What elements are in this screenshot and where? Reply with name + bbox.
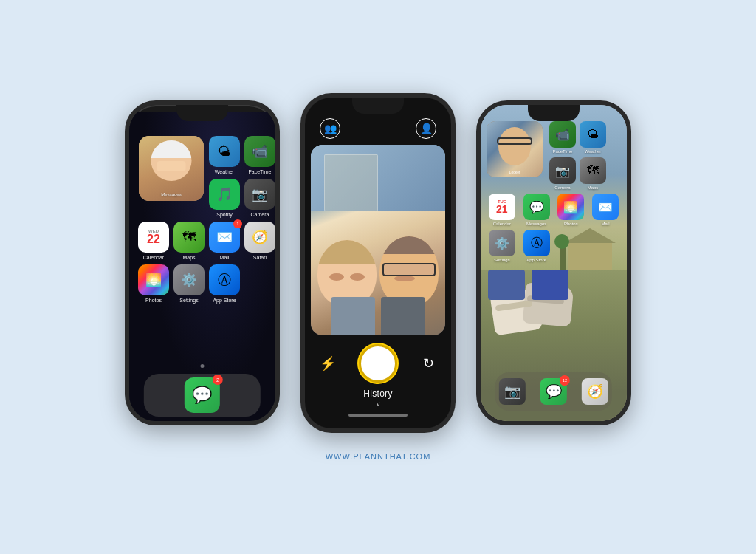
notch-3	[528, 105, 580, 121]
ls-camera-label-r1: Camera	[554, 185, 570, 190]
ls-messages-label: Messages	[526, 222, 546, 226]
ls-man-glasses	[497, 137, 532, 145]
app-camera-label: Camera	[251, 212, 269, 217]
ls-app-empty-r1	[610, 121, 621, 154]
app-safari-1[interactable]: 🧭 Safari	[244, 222, 275, 260]
flash-button[interactable]: ⚡	[317, 353, 338, 374]
app-settings-1[interactable]: ⚙️ Settings	[173, 264, 205, 303]
dock-messages-1[interactable]: 💬 2	[185, 377, 220, 413]
app-camera-1[interactable]: 📷 Camera	[244, 179, 275, 217]
selfie-photo	[311, 145, 445, 335]
ls-dock: 📷 💬 12 🧭	[495, 372, 612, 411]
lockscreen-home-grid: Locket 📹 FaceTime 🌤 Weather	[481, 121, 627, 266]
locket-label-1: Messages	[139, 192, 204, 196]
ls-app-appstore[interactable]: Ⓐ App Store	[521, 230, 552, 262]
app-photos-1[interactable]: 🌅 Photos	[138, 264, 169, 303]
ls-weather-label: Weather	[585, 149, 602, 154]
home-indicator-2	[348, 414, 408, 417]
app-maps-label: Maps	[182, 255, 195, 260]
ls-app-photos[interactable]: 🌅 Photos	[556, 194, 587, 226]
app-calendar-label: Calendar	[143, 255, 164, 260]
ls-app-settings[interactable]: ⚙️ Settings	[487, 230, 518, 262]
ls-app-mail[interactable]: ✉️ Mail	[590, 194, 621, 226]
app-spotify-1[interactable]: 🎵 Spotify	[209, 179, 240, 217]
ls-locket-widget[interactable]: Locket	[487, 121, 546, 190]
ls-maps-label: Maps	[588, 185, 599, 190]
app-appstore-1[interactable]: Ⓐ App Store	[209, 264, 240, 303]
ls-app-messages[interactable]: 💬 Messages	[521, 194, 552, 226]
app-weather-1[interactable]: 🌤 Weather	[209, 136, 240, 174]
ls-app-calendar[interactable]: TUE 21 Calendar	[487, 194, 518, 226]
ls-dock-camera[interactable]: 📷	[499, 378, 526, 405]
ls-app-empty2-r3	[590, 230, 621, 262]
history-chevron[interactable]: ∨	[376, 400, 381, 408]
ls-settings-label: Settings	[494, 258, 510, 262]
locket-widget-1[interactable]: Messages	[138, 136, 205, 217]
app-mail-label: Mail	[220, 255, 230, 260]
phones-container: Messages 🌤 Weather 📹 FaceTime 🎵 Spotify	[125, 93, 631, 433]
screen-2: 👥 👤	[305, 98, 451, 428]
phone-2: 👥 👤	[300, 93, 456, 433]
ls-appstore-label: App Store	[526, 258, 546, 262]
app-mail-1[interactable]: ✉️ 1 Mail	[209, 222, 240, 260]
person-icon[interactable]: 👤	[416, 118, 436, 139]
dock-1: 💬 2	[144, 374, 261, 417]
app-empty-1	[244, 264, 275, 303]
app-facetime-1[interactable]: 📹 FaceTime	[244, 136, 275, 174]
app-facetime-label: FaceTime	[249, 169, 272, 174]
app-maps-1[interactable]: 🗺 Maps	[173, 222, 205, 260]
app-photos-label: Photos	[145, 298, 162, 303]
camera-bottom: ⚡ ↻ History ∨	[305, 335, 451, 428]
rotate-icon: ↻	[423, 355, 434, 372]
notch-2	[352, 98, 404, 114]
ls-man-face	[498, 127, 531, 165]
camera-preview	[311, 145, 445, 335]
app-appstore-label: App Store	[213, 298, 236, 303]
phone-1: Messages 🌤 Weather 📹 FaceTime 🎵 Spotify	[125, 100, 280, 425]
app-weather-label: Weather	[215, 169, 234, 174]
ls-app-maps-r1[interactable]: 🗺 Maps	[580, 157, 606, 190]
ls-cal-date: 21	[496, 204, 508, 214]
ls-facetime-label: FaceTime	[553, 149, 572, 154]
app-safari-label: Safari	[253, 255, 267, 260]
ls-app-camera-r1[interactable]: 📷 Camera	[549, 157, 576, 190]
screen-3: Locket 📹 FaceTime 🌤 Weather	[481, 105, 627, 421]
ls-app-empty2-r1	[610, 157, 621, 190]
footer-url: WWW.PLANNTHAT.COM	[326, 452, 431, 461]
app-settings-label: Settings	[179, 298, 198, 303]
history-label: History	[363, 389, 392, 399]
ls-app-weather[interactable]: 🌤 Weather	[580, 121, 606, 154]
phone-3: Locket 📹 FaceTime 🌤 Weather	[476, 100, 631, 425]
app-grid-1: Messages 🌤 Weather 📹 FaceTime 🎵 Spotify	[129, 112, 275, 309]
notch-1	[176, 105, 228, 121]
ls-dock-messages[interactable]: 💬 12	[540, 378, 567, 405]
cal-date-1: 22	[147, 233, 160, 245]
screen-1: Messages 🌤 Weather 📹 FaceTime 🎵 Spotify	[129, 112, 275, 425]
ls-calendar-label: Calendar	[493, 222, 511, 226]
ls-messages-dock-badge: 12	[560, 375, 570, 386]
group-icon[interactable]: 👥	[320, 118, 340, 139]
page-dot-1	[201, 364, 205, 368]
ls-app-empty-r3	[556, 230, 587, 262]
ls-photos-label: Photos	[564, 222, 578, 226]
shutter-button[interactable]	[359, 344, 397, 383]
ls-dock-safari[interactable]: 🧭	[582, 378, 608, 405]
app-spotify-label: Spotify	[216, 212, 232, 217]
camera-controls: ⚡ ↻	[305, 344, 451, 383]
ls-mail-label: Mail	[602, 222, 610, 226]
ls-app-facetime[interactable]: 📹 FaceTime	[549, 121, 576, 154]
rotate-button[interactable]: ↻	[418, 353, 439, 374]
mail-badge-1: 1	[233, 219, 242, 228]
app-calendar-1[interactable]: WED 22 Calendar	[138, 222, 169, 260]
messages-badge-1: 2	[213, 375, 223, 385]
flash-icon: ⚡	[320, 355, 336, 372]
ls-locket-label: Locket	[487, 170, 543, 174]
